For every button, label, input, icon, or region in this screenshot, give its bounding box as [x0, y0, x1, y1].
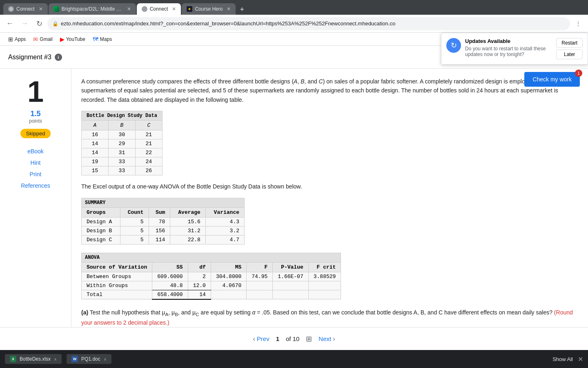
anova-row-total: Total 658.4000 14 [82, 290, 341, 299]
anova-col-ms: MS [211, 262, 246, 272]
forward-button[interactable]: → [18, 17, 31, 30]
doc-chevron-icon: ∧ [104, 357, 107, 361]
taskbar-item-xlsx[interactable]: X BottleDes.xlsx ∧ [5, 354, 62, 364]
tab-close-coursehero[interactable]: ✕ [227, 6, 231, 12]
update-desc: Do you want to restart to install these … [465, 46, 552, 57]
tab-close-connect1[interactable]: ✕ [39, 6, 43, 12]
xlsx-chevron-icon: ∧ [54, 357, 57, 361]
anova-table-container: ANOVA Source of Variation SS df MS F P-V… [81, 253, 578, 300]
excel-icon: X [10, 356, 16, 362]
anova-col-f: F [247, 262, 273, 272]
round-instruction: (Round your answers to 2 decimal places.… [81, 309, 573, 326]
new-tab-button[interactable]: + [236, 4, 247, 15]
study-data-table: Bottle Design Study Data A B C 16 30 21 [81, 111, 163, 175]
prev-button[interactable]: ‹ Prev [253, 335, 269, 343]
bookmark-maps[interactable]: 🗺 Maps [89, 34, 115, 44]
apps-label: Apps [15, 36, 26, 42]
assignment-title-area: Assignment #3 i [8, 54, 452, 61]
sidebar-links: eBook Hint Print References [7, 148, 65, 189]
tab-close-connect2[interactable]: ✕ [172, 6, 176, 12]
left-sidebar: 1 1.5 points Skipped eBook Hint Print Re… [0, 69, 71, 327]
main-content: A consumer preference study compares the… [71, 69, 588, 327]
assignment-title: Assignment #3 [8, 54, 51, 61]
restart-button[interactable]: Restart [556, 38, 583, 48]
tab-bar: Connect ✕ Brightspace/D2L: Middle Geor..… [0, 0, 588, 15]
maps-icon: 🗺 [93, 36, 98, 43]
tab-label-connect1: Connect [16, 6, 35, 12]
update-actions: Restart Later [556, 38, 583, 59]
bookmark-apps[interactable]: ⊞ Apps [5, 34, 29, 44]
current-page: 1 [276, 335, 279, 342]
tab-connect1[interactable]: Connect ✕ [3, 3, 48, 15]
refresh-button[interactable]: ↻ [33, 17, 46, 30]
update-icon: ↻ [446, 38, 461, 53]
show-all-button[interactable]: Show All [552, 356, 573, 362]
summary-col-count: Count [120, 207, 149, 217]
summary-row-c: Design C 5 114 22.8 4.7 [82, 235, 245, 244]
points-label: points [29, 118, 42, 124]
gmail-icon: ✉ [33, 36, 38, 43]
anova-col-source: Source of Variation [82, 262, 152, 272]
anova-header-label: ANOVA [82, 253, 341, 262]
next-button[interactable]: Next › [318, 335, 335, 343]
taskbar-close-icon[interactable]: ✕ [578, 355, 583, 363]
later-button[interactable]: Later [556, 49, 583, 59]
address-text: ezto.mheducation.com/ext/map/index.html?… [61, 20, 565, 27]
print-link[interactable]: Print [7, 171, 65, 177]
taskbar-item-doc[interactable]: W PQ1.doc ∧ [67, 354, 111, 364]
table-row: 19 33 24 [82, 157, 163, 166]
app-container: Assignment #3 i Saved Help Save & Exit S… [0, 46, 588, 350]
hint-link[interactable]: Hint [7, 159, 65, 166]
summary-col-average: Average [170, 207, 206, 217]
word-icon: W [71, 356, 78, 362]
next-chevron-icon: › [333, 335, 335, 343]
bookmark-youtube[interactable]: ▶ YouTube [57, 34, 89, 44]
tab-label-connect2: Connect [150, 6, 168, 12]
tab-close-brightspace[interactable]: ✕ [127, 6, 131, 12]
anova-col-pvalue: P-Value [273, 262, 308, 272]
check-my-work-button[interactable]: Check my work 1 [524, 72, 580, 87]
points-value: 1.5 [30, 110, 40, 118]
nav-bar: ← → ↻ 🔒 ezto.mheducation.com/ext/map/ind… [0, 15, 588, 33]
update-banner: ↻ Updates Available Do you want to resta… [441, 33, 588, 65]
check-work-label: Check my work [532, 76, 572, 83]
ebook-link[interactable]: eBook [7, 148, 65, 155]
bottom-nav: ‹ Prev 1 of 10 ⊞ Next › [0, 327, 588, 350]
tab-connect2[interactable]: Connect ✕ [137, 3, 181, 15]
tab-coursehero[interactable]: ★ Course Hero ✕ [182, 3, 236, 15]
update-text: Updates Available Do you want to restart… [465, 38, 552, 57]
prev-label: Prev [257, 335, 270, 342]
col-header-a: A [82, 121, 109, 130]
anova-col-df: df [188, 262, 211, 272]
update-title: Updates Available [465, 38, 552, 44]
bookmark-gmail[interactable]: ✉ Gmail [30, 34, 56, 44]
maps-label: Maps [100, 36, 112, 42]
tab-icon-coursehero: ★ [187, 6, 192, 12]
grid-view-icon[interactable]: ⊞ [306, 334, 312, 343]
info-icon[interactable]: i [55, 54, 62, 61]
tab-brightspace[interactable]: Brightspace/D2L: Middle Geor... ✕ [49, 3, 136, 15]
taskbar: X BottleDes.xlsx ∧ W PQ1.doc ∧ Show All … [0, 350, 588, 368]
part-a-text: (a) Test the null hypothesis that μA, μB… [81, 308, 578, 327]
anova-col-ss: SS [152, 262, 188, 272]
table-row: 14 29 21 [82, 139, 163, 148]
browser-chrome: Connect ✕ Brightspace/D2L: Middle Geor..… [0, 0, 588, 46]
table-main-header: Bottle Design Study Data [82, 111, 163, 121]
address-bar[interactable]: 🔒 ezto.mheducation.com/ext/map/index.htm… [47, 17, 570, 30]
lock-icon: 🔒 [52, 21, 58, 27]
part-a-label: (a) [81, 309, 88, 316]
references-link[interactable]: References [7, 182, 65, 189]
table-row: 14 31 22 [82, 148, 163, 157]
summary-col-groups: Groups [82, 207, 120, 217]
col-header-b: B [108, 121, 135, 130]
profile-button[interactable]: ⋮ [572, 17, 585, 30]
prev-chevron-icon: ‹ [253, 335, 255, 343]
summary-table: SUMMARY Groups Count Sum Average Varianc… [81, 198, 245, 245]
skipped-badge[interactable]: Skipped [20, 129, 51, 138]
taskbar-right: Show All ✕ [552, 355, 583, 363]
svg-point-0 [9, 7, 13, 11]
next-label: Next [318, 335, 331, 342]
back-button[interactable]: ← [3, 17, 16, 30]
anova-intro-text: The Excel output of a one-way ANOVA of t… [81, 182, 578, 191]
anova-row-within: Within Groups 48.8 12.0 4.0670 [82, 281, 341, 290]
